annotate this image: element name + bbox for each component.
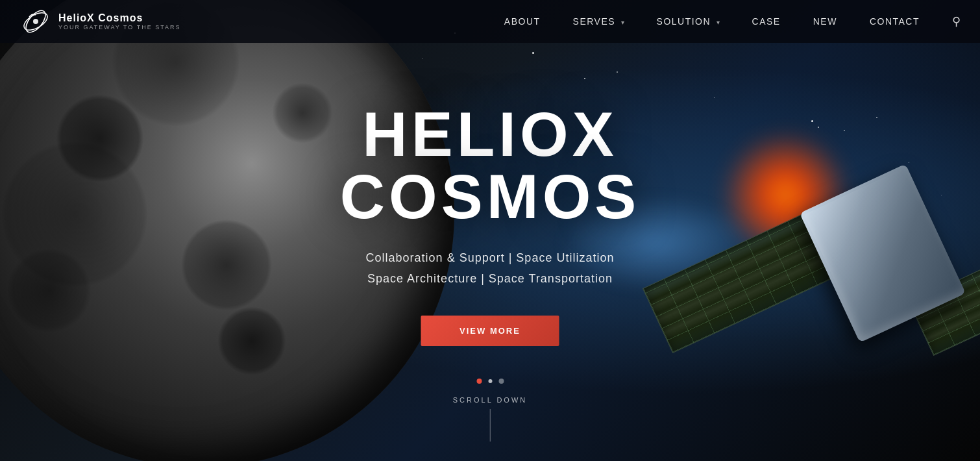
nav-link-case[interactable]: CASE bbox=[752, 16, 781, 27]
scroll-line bbox=[490, 409, 491, 442]
hero-subtitle-line1: Collaboration & Support | Space Utilizat… bbox=[245, 247, 735, 268]
nav-item-case[interactable]: CASE bbox=[752, 16, 781, 27]
nav-link-solution[interactable]: SOLUTION bbox=[657, 16, 711, 27]
slider-dot-2[interactable] bbox=[488, 379, 492, 383]
nav-link-about[interactable]: ABOUT bbox=[504, 16, 541, 27]
logo[interactable]: HelioX Cosmos YOUR GATEWAY TO THE STARS bbox=[19, 5, 181, 38]
nav-search[interactable]: ⚲ bbox=[952, 14, 961, 29]
view-more-button[interactable]: VIEW MORE bbox=[421, 316, 559, 346]
nav-item-about[interactable]: ABOUT bbox=[504, 16, 541, 27]
nav-item-new[interactable]: NEW bbox=[813, 16, 837, 27]
nav-link-new[interactable]: NEW bbox=[813, 16, 837, 27]
logo-tagline: YOUR GATEWAY TO THE STARS bbox=[58, 24, 181, 31]
logo-text: HelioX Cosmos YOUR GATEWAY TO THE STARS bbox=[58, 12, 181, 31]
nav-item-solution[interactable]: SOLUTION bbox=[657, 16, 720, 27]
slider-dots bbox=[245, 379, 735, 384]
nav-item-contact[interactable]: CONTACT bbox=[870, 16, 920, 27]
slider-dot-1[interactable] bbox=[476, 379, 482, 384]
scroll-down-label: SCROLL DOWN bbox=[453, 396, 528, 404]
navigation: HelioX Cosmos YOUR GATEWAY TO THE STARS … bbox=[0, 0, 980, 43]
nav-links: ABOUT SERVES SOLUTION CASE NEW CONTACT ⚲ bbox=[504, 14, 961, 29]
nav-link-serves[interactable]: SERVES bbox=[573, 16, 616, 27]
nav-item-serves[interactable]: SERVES bbox=[573, 16, 624, 27]
svg-point-2 bbox=[33, 19, 38, 24]
slider-dot-3[interactable] bbox=[498, 379, 504, 384]
hero-subtitle-line2: Space Architecture | Space Transportatio… bbox=[245, 269, 735, 290]
nav-link-contact[interactable]: CONTACT bbox=[870, 16, 920, 27]
search-icon[interactable]: ⚲ bbox=[952, 15, 961, 28]
logo-name: HelioX Cosmos bbox=[58, 12, 181, 24]
hero-content: HELIOX COSMOS Collaboration & Support | … bbox=[245, 103, 735, 397]
scroll-down: SCROLL DOWN bbox=[453, 396, 528, 442]
hero-title: HELIOX COSMOS bbox=[245, 103, 735, 228]
hero-subtitle: Collaboration & Support | Space Utilizat… bbox=[245, 247, 735, 290]
logo-icon bbox=[19, 5, 52, 38]
